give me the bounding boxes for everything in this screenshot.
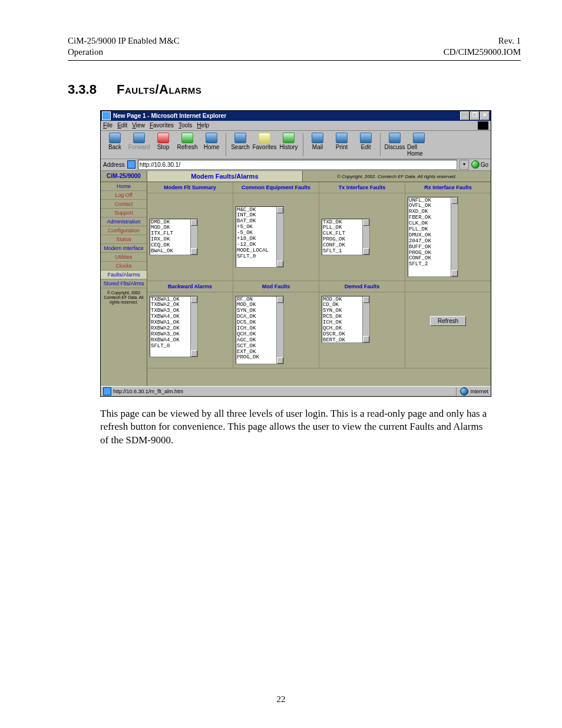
header-rule [68,60,521,61]
toolbar-refresh[interactable]: Refresh [176,132,199,157]
refresh-icon [181,133,193,143]
page-number: 22 [0,694,562,704]
close-button[interactable]: ✕ [480,111,490,120]
address-dropdown[interactable]: ▾ [459,160,469,170]
column-header: Backward Alarms [147,281,233,292]
refresh-button[interactable]: Refresh [430,316,466,326]
minimize-button[interactable]: _ [460,111,470,120]
menu-view[interactable]: View [132,122,145,129]
ie-app-icon [102,111,111,120]
menu-favorites[interactable]: Favorites [150,122,174,129]
body-paragraph: This page can be viewed by all three lev… [100,407,488,448]
toolbar-edit[interactable]: Edit [354,132,378,157]
toolbar-label: Mail [312,144,323,150]
scrollbar[interactable] [190,219,197,255]
menu-file[interactable]: File [103,122,113,129]
rx-interface-faults-list[interactable]: UNFL_OKOVFL_OKRXD_OKFBER_OKCLK_OKPLL_OKD… [408,197,458,277]
stop-icon [157,133,169,143]
backward-alarms-list[interactable]: TXBWA1_OKTXBWA2_OKTXBWA3_OKTXBWA4_OKRXBW… [150,296,198,357]
scrollbar[interactable] [276,207,283,267]
sidebar-item-clocks[interactable]: Clocks [101,262,147,271]
scrollbar[interactable] [362,219,369,255]
home-icon [206,133,217,143]
mod-faults-list[interactable]: RF_ONMOD_OKSYN_OKDCA_OKDCS_OKICH_OKQCH_O… [236,296,284,364]
toolbar-label: Search [231,144,250,150]
toolbar-print[interactable]: Print [330,132,353,157]
toolbar-mail[interactable]: Mail [306,132,329,157]
toolbar-dell-home[interactable]: Dell Home [407,132,431,157]
toolbar-label: Print [336,144,348,150]
sidebar-item-home[interactable]: Home [101,182,147,191]
toolbar-search[interactable]: Search [229,132,252,157]
header-docid: CD/CIM259000.IOM [444,47,521,58]
sidebar: HomeLog OffContactSupportAdministrationC… [101,182,147,386]
address-input[interactable]: http://10.6.30.1/ [138,160,457,170]
search-icon [234,133,246,143]
go-button[interactable]: Go [471,160,488,169]
column-header: Mod Faults [233,281,319,292]
header-rev: Rev. 1 [444,35,521,47]
sidebar-item-status[interactable]: Status [101,235,147,244]
sidebar-item-administration[interactable]: Administration [101,218,147,226]
sidebar-item-contact[interactable]: Contact [101,200,147,209]
internet-zone-icon [460,387,468,396]
status-page-icon [103,387,111,396]
toolbar-forward: Forward [127,132,151,157]
window-titlebar: New Page 1 - Microsoft Internet Explorer… [101,111,491,121]
header-product: CiM-25/9000 IP Enabled M&C [68,35,180,47]
sidebar-item-faults-alarms[interactable]: Faults/Alarms [101,271,147,279]
sidebar-item-log-off[interactable]: Log Off [101,191,147,200]
tx-interface-faults-list[interactable]: TXD_OKPLL_OKCLK_FLTPROG_OKCONF_OKSFLT_1 [322,219,370,255]
menu-bar: FileEditViewFavoritesToolsHelp [101,121,491,131]
toolbar-favorites[interactable]: Favorites [253,132,276,157]
sidebar-item-utilities[interactable]: Utilities [101,253,147,262]
header-section: Operation [68,47,180,58]
favorites-icon [259,133,270,143]
window-title: New Page 1 - Microsoft Internet Explorer [113,113,226,119]
status-text: http://10.6.30.1/m_flt_alm.htm [113,388,183,394]
menu-edit[interactable]: Edit [117,122,127,129]
dell home-icon [413,133,425,143]
toolbar-history[interactable]: History [277,132,300,157]
toolbar-label: History [279,144,297,150]
sidebar-item-configuration[interactable]: Configuration [101,226,147,235]
column-header: Rx Interface Faults [405,182,491,193]
go-icon [471,160,480,169]
menu-tools[interactable]: Tools [178,122,192,129]
scrollbar[interactable] [451,197,458,276]
toolbar-home[interactable]: Home [200,132,223,157]
history-icon [283,133,295,143]
go-label: Go [481,162,488,168]
menu-help[interactable]: Help [197,122,209,129]
maximize-button[interactable]: ❐ [470,111,480,120]
scrollbar[interactable] [276,297,283,364]
address-bar: Address http://10.6.30.1/ ▾ Go [101,159,491,171]
toolbar-separator [303,133,303,156]
sidebar-item-modem-interface[interactable]: Modem Interface [101,244,147,253]
main-area: Modem Flt SummaryCommon Equipment Faults… [147,182,491,386]
toolbar-label: Refresh [177,144,197,150]
demod-faults-list[interactable]: MOD_OKCD_OKSYN_OKRCS_OKICH_OKQCH_OKDSCR_… [322,296,370,343]
toolbar-back[interactable]: Back [103,132,127,157]
address-label: Address [103,162,125,168]
forward-icon [133,133,145,143]
list-item[interactable]: SFLT_2 [409,262,457,268]
toolbar-label: Forward [128,144,150,150]
browser-window: New Page 1 - Microsoft Internet Explorer… [100,110,491,397]
modem-flt-summary-list[interactable]: DMD_OKMOD_OKITX_FLTIRX_OKCEQ_OKBWAL_OK [150,219,198,255]
mail-icon [312,133,323,143]
toolbar-separator [226,133,226,156]
toolbar-label: Favorites [252,144,276,150]
sidebar-item-support[interactable]: Support [101,209,147,218]
sidebar-item-stored-flts-alrms[interactable]: Stored Flts/Alrms [101,279,147,288]
scrollbar[interactable] [190,297,197,357]
column-header: Tx Interface Faults [319,182,405,193]
column-header: Modem Flt Summary [147,182,233,193]
scrollbar[interactable] [362,297,369,342]
toolbar-stop[interactable]: Stop [151,132,175,157]
column-header: Demod Faults [319,281,405,292]
product-label[interactable]: CiM-25/9000 [101,171,147,182]
common-eq-faults-list[interactable]: M&C_OKINT_OKBAT_OK+5_OK-5_OK+18_OK-12_OK… [236,206,284,268]
toolbar-discuss[interactable]: Discuss [383,132,406,157]
ms-flag-icon [478,121,488,130]
